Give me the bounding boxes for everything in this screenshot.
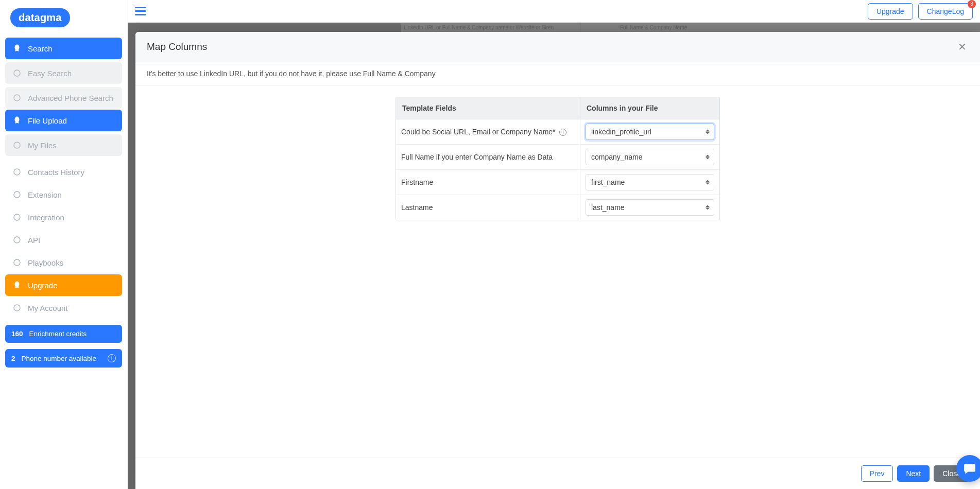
menu-toggle-icon[interactable] <box>135 7 146 15</box>
svg-point-1 <box>14 95 20 101</box>
prev-button[interactable]: Prev <box>861 465 893 482</box>
sidebar-nav: SearchEasy SearchAdvanced Phone SearchFi… <box>5 38 122 319</box>
th-file-columns: Columns in your File <box>580 97 719 119</box>
sidebar-item-my-files[interactable]: My Files <box>5 134 122 156</box>
column-select[interactable]: company_name <box>586 149 714 165</box>
modal-header: Map Columns ✕ <box>135 32 980 62</box>
sidebar-item-file-upload[interactable]: File Upload <box>5 110 122 131</box>
nav-label: Contacts History <box>28 168 84 177</box>
sidebar-item-adv-phone[interactable]: Advanced Phone Search <box>5 87 122 109</box>
mapping-row: Could be Social URL, Email or Company Na… <box>396 119 719 145</box>
sidebar-item-api[interactable]: API <box>5 229 122 251</box>
phone-count: 2 <box>11 355 15 362</box>
nav-label: Upgrade <box>28 281 58 290</box>
mapping-row: Firstnamefirst_name <box>396 170 719 195</box>
column-select[interactable]: last_name <box>586 199 714 216</box>
nav-label: My Files <box>28 141 57 150</box>
credits-label: Enrichment credits <box>29 330 87 338</box>
nav-icon <box>12 281 22 290</box>
changelog-badge: 3 <box>968 0 976 8</box>
credits-count: 160 <box>11 330 23 338</box>
modal-body: Template Fields Columns in your File Cou… <box>135 85 980 458</box>
sidebar-item-contacts-history[interactable]: Contacts History <box>5 161 122 183</box>
upgrade-button[interactable]: Upgrade <box>868 3 913 20</box>
template-field-label: Firstname <box>396 170 580 195</box>
file-column-cell: linkedin_profile_url <box>580 119 719 145</box>
modal-hint: It's better to use LinkedIn URL, but if … <box>135 62 980 85</box>
changelog-button[interactable]: ChangeLog 3 <box>918 3 973 20</box>
mapping-row: Lastnamelast_name <box>396 195 719 220</box>
modal-title: Map Columns <box>147 41 207 53</box>
nav-label: My Account <box>28 304 68 312</box>
main-area: Upgrade ChangeLog 3 LinkedIn URL or Full… <box>128 0 980 489</box>
nav-icon <box>12 258 22 267</box>
sidebar-item-upgrade[interactable]: Upgrade <box>5 274 122 296</box>
brand-logo[interactable]: datagma <box>10 8 70 27</box>
svg-point-2 <box>14 142 20 148</box>
chat-launcher-icon[interactable] <box>956 455 980 482</box>
nav-label: Extension <box>28 190 62 199</box>
nav-label: Advanced Phone Search <box>28 94 113 102</box>
sidebar-item-search[interactable]: Search <box>5 38 122 59</box>
sidebar-item-my-account[interactable]: My Account <box>5 297 122 319</box>
phone-label: Phone number available <box>22 355 97 362</box>
svg-point-5 <box>14 214 20 220</box>
sidebar: datagma SearchEasy SearchAdvanced Phone … <box>0 0 128 489</box>
sidebar-item-integration[interactable]: Integration <box>5 206 122 228</box>
nav-label: Easy Search <box>28 69 72 78</box>
sidebar-item-extension[interactable]: Extension <box>5 184 122 205</box>
close-icon[interactable]: ✕ <box>956 42 969 52</box>
th-template-fields: Template Fields <box>396 97 580 119</box>
changelog-label: ChangeLog <box>927 7 964 15</box>
svg-point-8 <box>14 305 20 311</box>
svg-point-6 <box>14 237 20 243</box>
nav-label: Playbooks <box>28 258 63 267</box>
mapping-row: Full Name if you enter Company Name as D… <box>396 145 719 170</box>
file-column-cell: first_name <box>580 170 719 195</box>
nav-icon <box>12 303 22 312</box>
file-column-cell: company_name <box>580 145 719 170</box>
map-columns-modal: Map Columns ✕ It's better to use LinkedI… <box>135 32 980 489</box>
nav-icon <box>12 116 22 125</box>
svg-point-3 <box>14 169 20 175</box>
nav-icon <box>12 235 22 244</box>
modal-footer: Prev Next Close <box>135 458 980 489</box>
nav-icon <box>12 213 22 222</box>
nav-icon <box>12 44 22 53</box>
nav-icon <box>12 93 22 102</box>
sidebar-item-playbooks[interactable]: Playbooks <box>5 252 122 273</box>
template-field-label: Lastname <box>396 195 580 220</box>
info-icon[interactable]: i <box>108 354 116 362</box>
phone-available-box[interactable]: 2 Phone number available i <box>5 349 122 368</box>
nav-icon <box>12 190 22 199</box>
svg-point-7 <box>14 259 20 266</box>
sidebar-item-easy-search[interactable]: Easy Search <box>5 62 122 84</box>
nav-icon <box>12 167 22 177</box>
topbar: Upgrade ChangeLog 3 <box>128 0 980 23</box>
nav-label: File Upload <box>28 116 67 125</box>
mapping-table: Template Fields Columns in your File Cou… <box>396 97 720 220</box>
template-field-label: Could be Social URL, Email or Company Na… <box>396 119 580 145</box>
info-icon[interactable]: i <box>559 129 566 136</box>
column-select[interactable]: linkedin_profile_url <box>586 124 714 140</box>
enrichment-credits-box[interactable]: 160 Enrichment credits <box>5 325 122 343</box>
content-area: LinkedIn URL or Full Name & Company name… <box>128 23 980 489</box>
nav-icon <box>12 141 22 150</box>
svg-point-0 <box>14 70 20 76</box>
svg-point-4 <box>14 191 20 198</box>
file-column-cell: last_name <box>580 195 719 220</box>
nav-icon <box>12 68 22 78</box>
nav-label: Search <box>28 44 53 53</box>
nav-label: Integration <box>28 213 64 222</box>
nav-label: API <box>28 236 40 244</box>
next-button[interactable]: Next <box>897 465 930 482</box>
column-select[interactable]: first_name <box>586 174 714 190</box>
template-field-label: Full Name if you enter Company Name as D… <box>396 145 580 170</box>
